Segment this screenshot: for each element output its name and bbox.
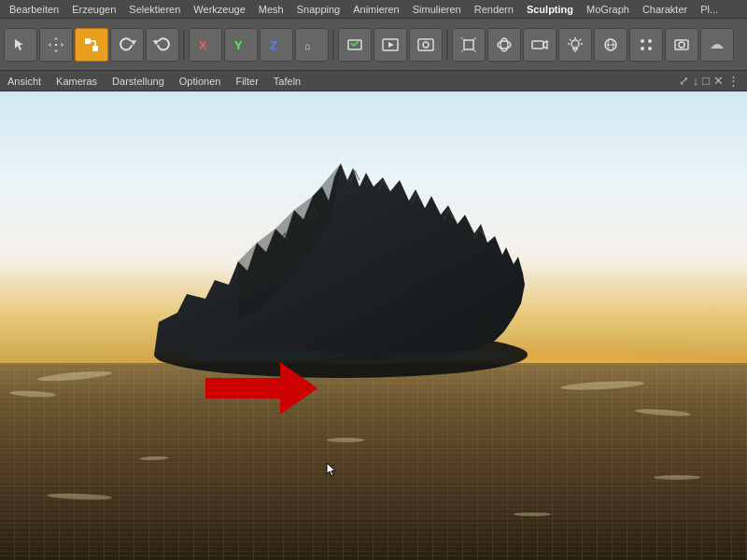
- svg-rect-15: [464, 40, 473, 49]
- viewport-menu-ansicht[interactable]: Ansicht: [7, 76, 41, 87]
- svg-point-14: [423, 42, 429, 48]
- scale-tool-button[interactable]: [75, 28, 108, 62]
- svg-marker-4: [132, 41, 135, 44]
- sky-button[interactable]: [594, 28, 627, 62]
- menu-animieren[interactable]: Animieren: [347, 3, 405, 16]
- svg-point-17: [500, 38, 508, 51]
- menu-charakter[interactable]: Charakter: [637, 3, 693, 16]
- menu-rendern[interactable]: Rendern: [469, 3, 519, 16]
- more-icon[interactable]: ⋮: [727, 74, 740, 88]
- menu-mograph[interactable]: MoGraph: [581, 3, 635, 16]
- ocean-ground: [0, 363, 747, 560]
- svg-marker-12: [388, 42, 394, 48]
- arrow-head: [280, 362, 317, 414]
- menu-mesh[interactable]: Mesh: [253, 3, 289, 16]
- svg-point-24: [641, 39, 644, 43]
- svg-point-20: [571, 40, 579, 48]
- svg-marker-5: [154, 41, 158, 44]
- display-button[interactable]: [700, 28, 734, 62]
- svg-text:⌂: ⌂: [304, 40, 311, 51]
- svg-rect-1: [92, 46, 98, 51]
- rotate-cw-button[interactable]: [110, 28, 144, 62]
- svg-marker-19: [543, 41, 547, 49]
- render-region-button[interactable]: [338, 28, 372, 62]
- z-axis-button[interactable]: Z: [260, 28, 293, 62]
- svg-point-29: [679, 42, 684, 48]
- close-viewport-icon[interactable]: ✕: [713, 74, 724, 88]
- arrow-down-icon[interactable]: ↓: [693, 74, 699, 88]
- render-settings-button[interactable]: [409, 28, 443, 62]
- menu-bar: Bearbeiten Erzeugen Selektieren Werkzeug…: [0, 0, 747, 19]
- svg-point-32: [383, 351, 514, 360]
- svg-rect-13: [418, 39, 433, 50]
- svg-text:X: X: [199, 38, 207, 52]
- menu-simulieren[interactable]: Simulieren: [407, 3, 467, 16]
- menu-selektieren[interactable]: Selektieren: [123, 3, 186, 16]
- toolbar-sep-2: [332, 30, 334, 60]
- svg-point-16: [498, 41, 511, 49]
- menu-snapping[interactable]: Snapping: [291, 3, 346, 16]
- menu-bearbeiten[interactable]: Bearbeiten: [4, 3, 64, 16]
- render-anim-button[interactable]: [374, 28, 407, 62]
- expand-icon[interactable]: ⤢: [679, 74, 689, 88]
- viewport-menu-optionen[interactable]: Optionen: [179, 76, 221, 87]
- svg-rect-0: [85, 38, 91, 44]
- y-axis-button[interactable]: Y: [224, 28, 258, 62]
- perspective-button[interactable]: [452, 28, 486, 62]
- orbit-button[interactable]: [487, 28, 521, 62]
- lights-button[interactable]: [558, 28, 592, 62]
- mountain-island: [93, 98, 579, 378]
- toolbar-sep-1: [183, 30, 185, 60]
- toolbar: X Y Z ⌂: [0, 19, 747, 71]
- menu-werkzeuge[interactable]: Werkzeuge: [188, 3, 250, 16]
- x-axis-button[interactable]: X: [189, 28, 222, 62]
- menu-more[interactable]: Pl...: [695, 3, 724, 16]
- svg-point-25: [648, 39, 652, 43]
- world-button[interactable]: ⌂: [295, 28, 329, 62]
- select-tool-button[interactable]: [4, 28, 37, 62]
- camera-button[interactable]: [523, 28, 557, 62]
- svg-text:Y: Y: [234, 38, 243, 52]
- rotate-ccw-button[interactable]: [146, 28, 179, 62]
- 3d-viewport[interactable]: [0, 91, 747, 560]
- viewport-menu-filter[interactable]: Filter: [235, 76, 258, 87]
- viewport-menu-kameras[interactable]: Kameras: [56, 76, 97, 87]
- svg-point-26: [641, 47, 644, 50]
- viewport-menu-darstellung[interactable]: Darstellung: [112, 76, 164, 87]
- viewport-menu-tafeln[interactable]: Tafeln: [274, 76, 301, 87]
- arrow-body: [205, 378, 280, 399]
- viewport-controls: ⤢ ↓ □ ✕ ⋮: [679, 74, 740, 88]
- svg-point-27: [648, 47, 652, 50]
- svg-point-31: [177, 350, 345, 361]
- maximize-icon[interactable]: □: [702, 74, 710, 88]
- directional-arrow: [205, 362, 317, 414]
- viewport-header: Ansicht Kameras Darstellung Optionen Fil…: [0, 71, 747, 91]
- dots-button[interactable]: [629, 28, 663, 62]
- toolbar-sep-3: [446, 30, 448, 60]
- svg-text:Z: Z: [270, 38, 277, 52]
- move-tool-button[interactable]: [39, 28, 73, 62]
- menu-sculpting[interactable]: Sculpting: [521, 3, 579, 16]
- cam2-button[interactable]: [665, 28, 698, 62]
- menu-erzeugen[interactable]: Erzeugen: [66, 3, 121, 16]
- mouse-cursor: [325, 461, 338, 478]
- svg-rect-18: [532, 41, 543, 49]
